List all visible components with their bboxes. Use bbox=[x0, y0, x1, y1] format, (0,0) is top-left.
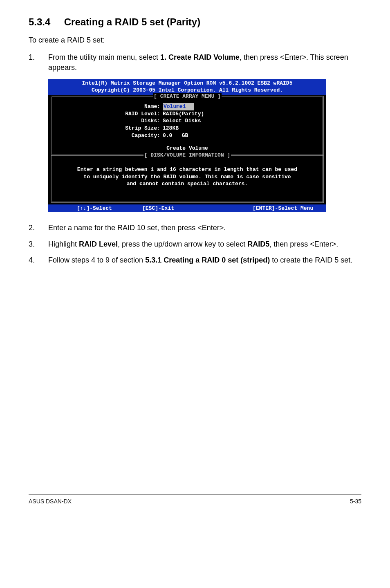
field-label-name: Name: bbox=[52, 103, 163, 110]
field-label-strip: Strip Size: bbox=[52, 125, 163, 132]
create-volume-action[interactable]: Create Volume bbox=[52, 145, 323, 152]
field-value-disks: Select Disks bbox=[163, 117, 201, 125]
section-title-text: Creating a RAID 5 set (Parity) bbox=[64, 16, 200, 27]
field-label-disks: Disks: bbox=[52, 117, 163, 125]
field-value-strip: 128KB bbox=[163, 125, 179, 132]
step-text: From the utility main menu, select 1. Cr… bbox=[48, 52, 361, 73]
disk-volume-legend: [ DISK/VOLUME INFORMATION ] bbox=[52, 152, 323, 159]
terminal-screenshot: Intel(R) Matrix Storage Manager Option R… bbox=[48, 79, 361, 213]
footer-select: [↑↓]-Select bbox=[48, 205, 142, 212]
disk-volume-info: [ DISK/VOLUME INFORMATION ] Enter a stri… bbox=[51, 152, 324, 203]
step-2: 2. Enter a name for the RAID 10 set, the… bbox=[29, 223, 361, 233]
field-label-capacity: Capacity: bbox=[52, 132, 163, 139]
step-text: Enter a name for the RAID 10 set, then p… bbox=[48, 223, 361, 233]
intro-text: To create a RAID 5 set: bbox=[29, 35, 361, 45]
create-array-menu: [ CREATE ARRAY MENU ] Name: Volume1 RAID… bbox=[51, 96, 324, 156]
step-1: 1. From the utility main menu, select 1.… bbox=[29, 52, 361, 73]
info-line1: Enter a string between 1 and 16 characte… bbox=[60, 166, 314, 173]
info-line3: and cannot contain special characters. bbox=[60, 180, 314, 188]
step-4: 4. Follow steps 4 to 9 of section 5.3.1 … bbox=[29, 255, 361, 265]
terminal-header-line1: Intel(R) Matrix Storage Manager Option R… bbox=[48, 80, 326, 87]
section-heading: 5.3.4 Creating a RAID 5 set (Parity) bbox=[29, 16, 361, 28]
step-number: 2. bbox=[29, 223, 48, 233]
field-label-raidlevel: RAID Level: bbox=[52, 110, 163, 118]
field-value-name[interactable]: Volume1 bbox=[163, 103, 194, 110]
footer-exit: [ESC]-Exit bbox=[142, 205, 224, 212]
page-footer: ASUS DSAN-DX 5-35 bbox=[29, 494, 361, 505]
step-number: 1. bbox=[29, 52, 48, 73]
section-number: 5.3.4 bbox=[29, 16, 50, 27]
footer-left: ASUS DSAN-DX bbox=[29, 498, 72, 505]
step-number: 3. bbox=[29, 239, 48, 249]
footer-enter: [ENTER]-Select Menu bbox=[224, 205, 326, 212]
step-text: Highlight RAID Level, press the up/down … bbox=[48, 239, 361, 249]
field-value-raidlevel: RAID5(Parity) bbox=[163, 110, 204, 118]
step-text: Follow steps 4 to 9 of section 5.3.1 Cre… bbox=[48, 255, 361, 265]
step-number: 4. bbox=[29, 255, 48, 265]
info-line2: to uniquely identify the RAID volume. Th… bbox=[60, 173, 314, 181]
field-value-capacity: 0.0 GB bbox=[163, 132, 188, 139]
create-array-legend: [ CREATE ARRAY MENU ] bbox=[52, 93, 323, 100]
terminal-footer: [↑↓]-Select [ESC]-Exit [ENTER]-Select Me… bbox=[48, 204, 326, 213]
footer-right: 5-35 bbox=[350, 498, 361, 505]
step-3: 3. Highlight RAID Level, press the up/do… bbox=[29, 239, 361, 249]
